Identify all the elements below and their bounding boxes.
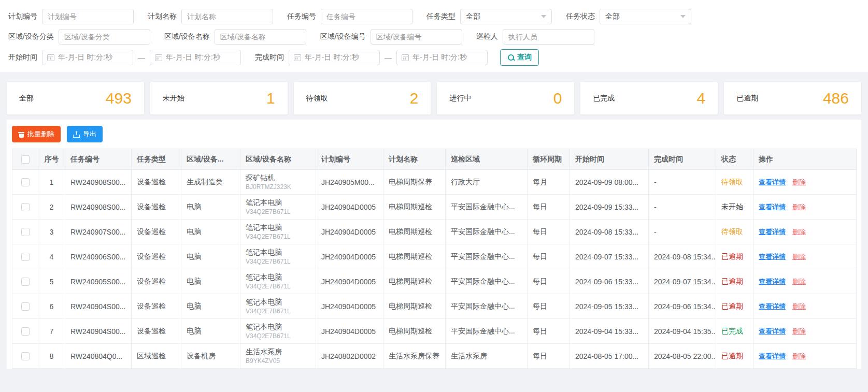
- start-time-to-input[interactable]: 年-月-日 时:分:秒: [150, 50, 241, 65]
- view-details-link[interactable]: 查看详情: [759, 278, 786, 285]
- header-dev-name: 区域/设备名称: [240, 149, 316, 170]
- stat-card-in-progress[interactable]: 进行中 0: [437, 82, 574, 114]
- view-details-link[interactable]: 查看详情: [759, 253, 786, 260]
- cell-start: 2024-09-04 15:33...: [570, 319, 649, 344]
- view-details-link[interactable]: 查看详情: [759, 178, 786, 186]
- dev-name-label: 区域/设备名称: [164, 32, 210, 41]
- delete-link[interactable]: 删除: [792, 352, 806, 360]
- cell-start: 2024-09-09 15:33...: [570, 195, 649, 220]
- row-checkbox[interactable]: [21, 278, 30, 286]
- cell-cycle: 每日: [528, 269, 570, 294]
- plan-name-input[interactable]: [181, 9, 273, 24]
- end-time-to-input[interactable]: 年-月-日 时:分:秒: [396, 50, 488, 65]
- row-checkbox[interactable]: [21, 302, 30, 311]
- device-code: V34Q2E7B671L: [246, 208, 310, 215]
- stat-card-overdue[interactable]: 已逾期 486: [724, 82, 861, 114]
- cell-plan-name: 生活水泵房保养: [383, 344, 446, 369]
- dev-cat-input[interactable]: [59, 29, 150, 45]
- table-row: 5 RW240905S00... 设备巡检 电脑 笔记本电脑 V34Q2E7B6…: [12, 269, 857, 294]
- cell-task-type: 设备巡检: [132, 294, 181, 319]
- cell-task-no: RW240905S00...: [65, 269, 132, 294]
- row-checkbox[interactable]: [21, 228, 30, 236]
- export-label: 导出: [83, 129, 96, 139]
- dev-cat-label: 区域/设备分类: [8, 32, 54, 41]
- cell-plan-no: JH240904D0005: [316, 244, 383, 269]
- stat-card-completed[interactable]: 已完成 4: [580, 82, 718, 114]
- delete-link[interactable]: 删除: [792, 278, 806, 285]
- cell-plan-name: 电梯周期巡检: [383, 220, 446, 244]
- stat-card-pending-claim[interactable]: 待领取 2: [294, 82, 431, 114]
- dev-no-input[interactable]: [371, 29, 462, 45]
- cell-area: 行政大厅: [446, 170, 528, 195]
- task-type-select[interactable]: 全部: [460, 9, 552, 24]
- cell-area: 平安国际金融中心...: [446, 269, 528, 294]
- row-checkbox[interactable]: [21, 327, 30, 336]
- stat-card-all[interactable]: 全部 493: [7, 82, 144, 114]
- filter-task-type: 任务类型 全部: [426, 9, 552, 24]
- cell-dev-cat: 电脑: [181, 269, 240, 294]
- row-checkbox[interactable]: [21, 253, 30, 261]
- row-checkbox[interactable]: [21, 178, 30, 186]
- header-end: 完成时间: [649, 149, 716, 170]
- cell-dev-name: 笔记本电脑 V34Q2E7B671L: [240, 269, 316, 294]
- cell-plan-name: 电梯周期巡检: [383, 319, 446, 344]
- search-button-label: 查询: [517, 53, 532, 62]
- header-start: 开始时间: [570, 149, 649, 170]
- end-time-from-placeholder: 年-月-日 时:分:秒: [305, 53, 359, 62]
- stat-card-not-started[interactable]: 未开始 1: [150, 82, 288, 114]
- select-all-checkbox[interactable]: [21, 155, 30, 164]
- delete-link[interactable]: 删除: [792, 327, 806, 335]
- header-area: 巡检区域: [446, 149, 528, 170]
- view-details-link[interactable]: 查看详情: [759, 228, 786, 236]
- cell-start: 2024-09-08 15:33...: [570, 220, 649, 244]
- filter-start-time: 开始时间 年-月-日 时:分:秒 — 年-月-日 时:分:秒: [8, 50, 241, 65]
- row-checkbox[interactable]: [21, 203, 30, 211]
- task-status-select[interactable]: 全部: [600, 9, 691, 24]
- view-details-link[interactable]: 查看详情: [759, 352, 786, 360]
- end-time-from-input[interactable]: 年-月-日 时:分:秒: [289, 50, 380, 65]
- table-row: 7 RW240904S00... 设备巡检 电脑 笔记本电脑 V34Q2E7B6…: [12, 319, 857, 344]
- dev-name-input[interactable]: [215, 29, 306, 45]
- inspector-input[interactable]: [503, 29, 594, 45]
- cell-dev-cat: 设备机房: [181, 344, 240, 369]
- view-details-link[interactable]: 查看详情: [759, 302, 786, 310]
- start-time-from-input[interactable]: 年-月-日 时:分:秒: [42, 50, 133, 65]
- device-name: 生活水泵房: [246, 347, 310, 357]
- export-button[interactable]: 导出: [67, 126, 103, 142]
- calendar-icon: [47, 54, 54, 61]
- filter-row-2: 区域/设备分类 区域/设备名称 区域/设备编号 巡检人: [8, 29, 860, 45]
- device-code: BJ0RTMZJ323K: [246, 183, 310, 191]
- delete-link[interactable]: 删除: [792, 302, 806, 310]
- cell-dev-name: 探矿钻机 BJ0RTMZJ323K: [240, 170, 316, 195]
- cell-task-type: 设备巡检: [132, 170, 181, 195]
- cell-cycle: 每月: [528, 170, 570, 195]
- task-no-input[interactable]: [321, 9, 412, 24]
- status-badge: 待领取: [721, 227, 743, 236]
- cell-task-no: RW240908S00...: [65, 170, 132, 195]
- table-row: 3 RW240907S00... 设备巡检 电脑 笔记本电脑 V34Q2E7B6…: [12, 220, 857, 244]
- table-row: 1 RW240908S00... 设备巡检 生成制造类 探矿钻机 BJ0RTMZ…: [12, 170, 857, 195]
- row-checkbox[interactable]: [21, 352, 30, 360]
- status-badge: 已逾期: [721, 352, 743, 360]
- view-details-link[interactable]: 查看详情: [759, 203, 786, 211]
- cell-dev-name: 笔记本电脑 V34Q2E7B671L: [240, 195, 316, 220]
- task-type-label: 任务类型: [426, 12, 456, 21]
- filter-plan-no: 计划编号: [8, 9, 134, 24]
- task-status-value: 全部: [605, 12, 620, 21]
- start-time-to-placeholder: 年-月-日 时:分:秒: [166, 53, 220, 62]
- delete-link[interactable]: 删除: [792, 228, 806, 236]
- calendar-icon: [155, 54, 162, 61]
- cell-cycle: 每日: [528, 220, 570, 244]
- header-status: 状态: [716, 149, 753, 170]
- cell-seq: 5: [38, 269, 65, 294]
- cell-cycle: 每日: [528, 244, 570, 269]
- cell-cycle: 每日: [528, 195, 570, 220]
- delete-link[interactable]: 删除: [792, 178, 806, 186]
- header-dev-cat: 区域/设备...: [181, 149, 240, 170]
- view-details-link[interactable]: 查看详情: [759, 327, 786, 335]
- delete-link[interactable]: 删除: [792, 203, 806, 211]
- plan-no-input[interactable]: [42, 9, 134, 24]
- batch-delete-button[interactable]: 批量删除: [12, 126, 61, 142]
- delete-link[interactable]: 删除: [792, 253, 806, 260]
- search-button[interactable]: 查询: [500, 49, 539, 66]
